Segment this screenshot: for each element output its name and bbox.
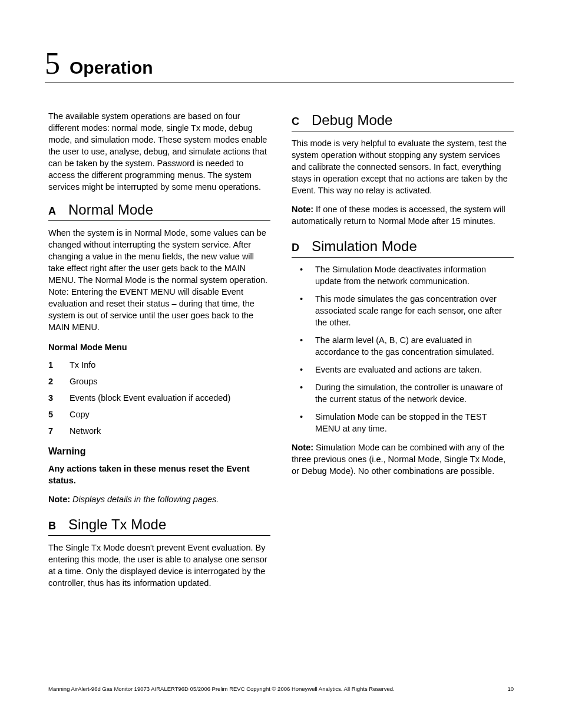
menu-item: 1 Tx Info [48,359,270,371]
footer-page-number: 10 [507,685,514,693]
note-label: Note: [292,443,313,452]
menu-item-label: Tx Info [70,359,270,371]
section-c-note: Note: If one of these modes is accessed,… [292,203,514,227]
menu-item: 5 Copy [48,409,270,420]
warning-body: Any actions taken in these menus reset t… [48,463,270,486]
section-c-title: Debug Mode [312,110,392,130]
chapter-number: 5 [45,48,60,79]
footer-left: Manning AirAlert-96d Gas Monitor 19073 A… [48,685,395,693]
page: 5 Operation The available system operati… [0,0,562,728]
page-footer: Manning AirAlert-96d Gas Monitor 19073 A… [48,685,514,693]
menu-item: 7 Network [48,425,270,437]
menu-item-number: 3 [48,392,70,404]
warning-heading: Warning [48,445,270,458]
menu-item-label: Network [70,425,270,437]
menu-item-number: 1 [48,359,70,371]
list-item: During the simulation, the controller is… [292,381,514,405]
note-body: Displays details in the following pages. [72,495,219,504]
menu-item: 2 Groups [48,375,270,387]
section-a-note: Note: Displays details in the following … [48,493,270,505]
section-d-head: D Simulation Mode [292,236,514,258]
section-d-letter: D [292,241,312,255]
menu-item: 3 Events (block Event evaluation if acce… [48,392,270,404]
section-b-body: The Single Tx Mode doesn't prevent Event… [48,542,270,589]
section-d-title: Simulation Mode [312,236,417,256]
list-item: The alarm level (A, B, C) are evaluated … [292,334,514,358]
normal-mode-menu-title: Normal Mode Menu [48,341,270,353]
section-c-letter: C [292,114,312,129]
menu-item-number: 5 [48,409,70,420]
list-item: This mode simulates the gas concentratio… [292,293,514,328]
left-column: The available system operations are base… [48,110,270,596]
menu-item-label: Groups [70,375,270,387]
list-item: Simulation Mode can be stopped in the TE… [292,411,514,434]
menu-item-label: Copy [70,409,270,420]
chapter-header: 5 Operation [45,48,514,83]
chapter-title: Operation [70,59,153,77]
content-columns: The available system operations are base… [48,110,514,596]
section-d-note: Note: Simulation Mode can be combined wi… [292,442,514,477]
note-label: Note: [292,205,313,214]
section-b-title: Single Tx Mode [68,515,166,534]
section-c-head: C Debug Mode [292,110,514,131]
section-a-head: A Normal Mode [48,200,270,221]
section-b-letter: B [48,519,68,533]
normal-mode-menu: 1 Tx Info 2 Groups 3 Events (block Event… [48,359,270,437]
simulation-bullets: The Simulation Mode deactivates informat… [292,263,514,434]
section-b-head: B Single Tx Mode [48,515,270,536]
intro-paragraph: The available system operations are base… [48,110,270,193]
section-a-letter: A [48,204,68,219]
note-body: If one of these modes is accessed, the s… [292,205,505,226]
note-body: Simulation Mode can be combined with any… [292,443,505,476]
right-column: C Debug Mode This mode is very helpful t… [292,110,514,596]
section-a-body: When the system is in Normal Mode, some … [48,227,270,333]
menu-item-number: 2 [48,375,70,387]
menu-item-label: Events (block Event evaluation if accede… [70,392,270,404]
menu-item-number: 7 [48,425,70,437]
section-a-title: Normal Mode [68,200,153,219]
list-item: Events are evaluated and actions are tak… [292,364,514,375]
note-label: Note: [48,495,70,504]
section-c-body: This mode is very helpful to evaluate th… [292,137,514,196]
list-item: The Simulation Mode deactivates informat… [292,263,514,287]
